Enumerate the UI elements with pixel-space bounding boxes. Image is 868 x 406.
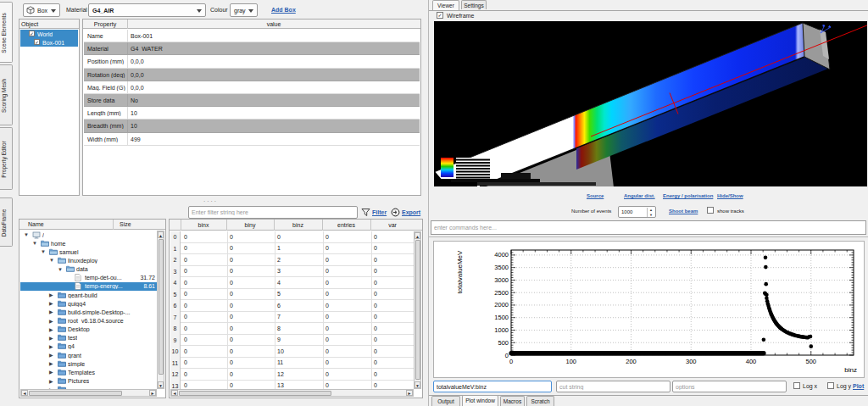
grid-row[interactable]: 80 0 8 0 0	[170, 323, 414, 335]
filter-button[interactable]: Filter	[361, 208, 387, 218]
tree-row[interactable]: ▼ data	[20, 265, 157, 274]
grid-row[interactable]: 90 0 9 0 0	[170, 335, 414, 347]
property-row[interactable]: Material G4_WATER	[84, 42, 420, 55]
bottom-tab-output[interactable]: Output	[431, 396, 460, 406]
property-row[interactable]: Width (mm) 499	[84, 133, 420, 146]
expander-closed-icon[interactable]: ▶	[49, 292, 53, 298]
tree-row[interactable]: temp-det-ou... 31.72	[20, 274, 157, 282]
property-row[interactable]: Position (mm) 0,0,0	[84, 55, 420, 68]
expander-closed-icon[interactable]: ▶	[49, 327, 53, 332]
grid-col-header[interactable]: binz	[274, 222, 322, 228]
object-tree-item[interactable]: ✓ Box-001	[20, 38, 78, 47]
expander-closed-icon[interactable]: ▶	[49, 379, 53, 384]
show-tracks-checkbox[interactable]	[707, 207, 714, 214]
tree-row[interactable]: ▶ grant	[20, 351, 157, 359]
expander-open-icon[interactable]: ▼	[24, 232, 29, 237]
side-tab-property-editor[interactable]: Property Editor	[0, 127, 13, 190]
property-row[interactable]: Length (mm) 10	[84, 107, 420, 120]
expander-open-icon[interactable]: ▼	[41, 249, 46, 254]
grid-col-header[interactable]: biny	[226, 222, 274, 228]
viewport-3d[interactable]	[434, 21, 867, 186]
expander-closed-icon[interactable]: ▶	[49, 336, 53, 341]
expander-closed-icon[interactable]: ▶	[49, 370, 53, 375]
logy-checkbox[interactable]	[827, 382, 834, 389]
options-input[interactable]	[672, 381, 787, 392]
grid-row[interactable]: 20 0 2 0 0	[170, 254, 414, 266]
plot-canvas[interactable]: 0100200300400500050010001500200025003000…	[433, 241, 865, 378]
viewer-link-2[interactable]: Energy / polarisation	[663, 193, 713, 198]
grid-row[interactable]: 60 0 6 0 0	[170, 300, 414, 312]
grid-row[interactable]: 130 0 13 0 0	[170, 381, 414, 390]
side-tab-dataframe[interactable]: DataFrame	[0, 197, 13, 247]
tree-row[interactable]: ▶ Desktop	[20, 325, 157, 334]
grid-row[interactable]: 30 0 3 0 0	[170, 266, 414, 278]
side-tab-scoring-mesh[interactable]: Scoring Mesh	[0, 64, 13, 125]
tree-row[interactable]: ▶ Pictures	[20, 377, 157, 386]
tree-row[interactable]: ▶ root_v6.18.04.source	[20, 317, 157, 325]
tree-row[interactable]: ▼ /	[20, 231, 157, 239]
expression-input[interactable]	[433, 381, 552, 392]
expander-closed-icon[interactable]: ▶	[49, 319, 53, 324]
shape-select[interactable]: Box	[23, 3, 60, 17]
grid-row[interactable]: 40 0 4 0 0	[170, 277, 414, 289]
grid-row[interactable]: 00 0 0 0 0	[170, 231, 414, 243]
logx-checkbox[interactable]	[793, 382, 800, 389]
grid-col-header[interactable]: binx	[181, 222, 226, 228]
add-box-link[interactable]: Add Box	[271, 7, 296, 13]
bottom-tab-scratch[interactable]: Scratch	[526, 396, 554, 406]
viewer-link-0[interactable]: Source	[587, 193, 604, 198]
side-tab-scene-elements[interactable]: Scene Elements	[0, 2, 13, 63]
property-row[interactable]: Name Box-001	[84, 30, 420, 42]
tree-row[interactable]: ▶ quigg4	[20, 299, 157, 308]
viewer-link-1[interactable]: Angular dist.	[624, 193, 655, 198]
grid-row[interactable]: 110 0 11 0 0	[170, 358, 414, 370]
tree-vscrollbar[interactable]: ▲ ▼	[157, 231, 164, 389]
tree-row[interactable]: ▶ simple	[20, 359, 157, 368]
expander-closed-icon[interactable]: ▶	[49, 353, 53, 358]
tree-row[interactable]: temp-energy... 8.61	[20, 282, 157, 291]
tree-row[interactable]: ▶ Templates	[20, 368, 157, 376]
tree-row[interactable]: ▶ geant-build	[20, 291, 157, 299]
property-row[interactable]: Rotation (deg) 0,0,0	[84, 69, 420, 81]
command-input[interactable]	[431, 220, 866, 235]
expander-open-icon[interactable]: ▼	[32, 241, 37, 246]
expander-closed-icon[interactable]: ▶	[49, 309, 53, 314]
tree-row[interactable]: ▶ test	[20, 334, 157, 342]
grid-col-header[interactable]: var	[370, 222, 415, 228]
tree-row[interactable]: ▶ g4	[20, 342, 157, 351]
grid-row[interactable]: 50 0 5 0 0	[170, 289, 414, 301]
colour-select[interactable]: gray	[230, 3, 258, 17]
grid-row[interactable]: 120 0 12 0 0	[170, 369, 414, 381]
grid-row[interactable]: 10 0 1 0 0	[170, 243, 414, 255]
object-checkbox[interactable]: ✓	[29, 31, 35, 36]
viewer-link-3[interactable]: Hide/Show	[717, 193, 743, 198]
events-spinbox[interactable]: 1000 ▲ ▼	[618, 206, 656, 218]
export-button[interactable]: Export	[391, 208, 420, 218]
plot-link[interactable]: Plot	[853, 383, 864, 389]
object-tree-item[interactable]: ✓ World	[20, 30, 78, 38]
tree-row[interactable]: ▼ samuel	[20, 247, 157, 256]
cut-input[interactable]	[556, 381, 670, 392]
tree-row[interactable]: ▼ linuxdeploy	[20, 256, 157, 264]
viewer-tab-viewer[interactable]: Viewer	[432, 0, 459, 10]
expander-closed-icon[interactable]: ▶	[49, 361, 53, 366]
material-select[interactable]: G4_AIR	[88, 3, 206, 17]
grid-col-header[interactable]: entries	[322, 222, 370, 228]
expander-closed-icon[interactable]: ▶	[49, 344, 53, 349]
filter-input[interactable]	[188, 206, 358, 219]
object-checkbox[interactable]: ✓	[34, 39, 40, 45]
grid-hscrollbar[interactable]: ◄ ►	[170, 389, 414, 397]
property-row[interactable]: Store data No	[84, 94, 420, 107]
tree-hscrollbar[interactable]: ◄ ►	[20, 389, 157, 397]
grid-vscrollbar[interactable]: ▲ ▼	[414, 231, 421, 389]
viewer-tab-settings[interactable]: Settings	[461, 0, 487, 9]
property-row[interactable]: Breadth (mm) 10	[84, 120, 420, 132]
shoot-beam-link[interactable]: Shoot beam	[669, 209, 698, 214]
wireframe-checkbox[interactable]: ✓	[437, 12, 443, 19]
tree-row[interactable]: ▶ build-simple-Desktop-...	[20, 308, 157, 316]
bottom-tab-plot-window[interactable]: Plot window	[462, 395, 498, 406]
expander-closed-icon[interactable]: ▶	[49, 301, 53, 306]
property-row[interactable]: Mag. Field (G) 0,0,0	[84, 81, 420, 94]
expander-open-icon[interactable]: ▼	[49, 258, 54, 263]
grid-row[interactable]: 70 0 7 0 0	[170, 312, 414, 324]
